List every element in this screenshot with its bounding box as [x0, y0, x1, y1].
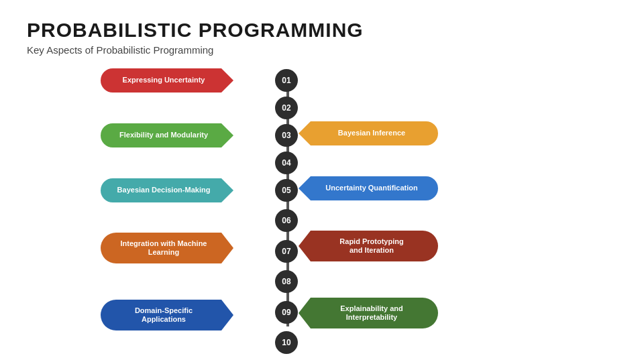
left-item-7: Integration with MachineLearning: [101, 231, 233, 265]
pill-explainability: Explainability andInterpretability: [299, 298, 438, 328]
right-spacer-1: [299, 92, 438, 119]
pill-body-9: Domain-SpecificApplications: [101, 300, 221, 330]
pill-bayesian-inference: Bayesian Inference: [299, 121, 438, 145]
pill-bayesian-decision: Bayesian Decision-Making: [101, 178, 233, 202]
badge-07: 07: [275, 240, 298, 263]
label-3: Flexibility and Modularity: [119, 131, 208, 139]
right-item-8: Explainability andInterpretability: [299, 296, 438, 330]
badge-08: 08: [275, 270, 298, 293]
badge-09: 09: [275, 301, 298, 324]
label-1: Expressing Uncertainty: [123, 76, 205, 84]
badge-10: 10: [275, 331, 298, 354]
left-arrows-container: Expressing Uncertainty Flexibility and M…: [101, 66, 233, 332]
pill-uncertainty-quant: Uncertainty Quantification: [299, 176, 438, 200]
pill-body-5: Bayesian Decision-Making: [101, 178, 221, 202]
badge-06: 06: [275, 209, 298, 232]
label-4: Uncertainty Quantification: [325, 184, 418, 192]
number-badges: 01 02 03 04 05 06 07 08 09 10: [275, 66, 298, 357]
pill-body-1: Expressing Uncertainty: [101, 68, 221, 93]
left-spacer-8: [101, 265, 233, 298]
main-title: PROBABILISTIC PROGRAMMING: [27, 19, 617, 42]
arrow-3: [221, 123, 233, 147]
right-item-4: Uncertainty Quantification: [299, 174, 438, 202]
arrow-1: [221, 68, 233, 93]
right-spacer-5: [299, 202, 438, 229]
pill-body-2: Bayesian Inference: [311, 121, 438, 145]
label-2: Bayesian Inference: [338, 129, 405, 137]
right-spacer-7: [299, 263, 438, 296]
label-9: Domain-SpecificApplications: [135, 306, 193, 324]
left-spacer-2: [101, 94, 233, 121]
label-8: Explainability andInterpretability: [340, 304, 403, 322]
sub-title: Key Aspects of Probabilistic Programming: [27, 44, 617, 56]
label-5: Bayesian Decision-Making: [117, 186, 211, 194]
pill-domain: Domain-SpecificApplications: [101, 300, 233, 330]
pill-body-7: Integration with MachineLearning: [101, 233, 221, 263]
left-item-5: Bayesian Decision-Making: [101, 176, 233, 204]
pill-integration: Integration with MachineLearning: [101, 233, 233, 263]
left-spacer-4: [101, 149, 233, 176]
label-6: Rapid Prototypingand Iteration: [339, 237, 403, 255]
pill-body-4: Uncertainty Quantification: [311, 176, 438, 200]
arrow-7: [221, 233, 233, 263]
arrow-9: [221, 300, 233, 330]
right-spacer-3: [299, 147, 438, 174]
left-spacer-6: [101, 204, 233, 231]
pill-flexibility: Flexibility and Modularity: [101, 123, 233, 147]
pill-rapid-prototyping: Rapid Prototypingand Iteration: [299, 231, 438, 261]
pill-body-8: Explainability andInterpretability: [311, 298, 438, 328]
pill-body-3: Flexibility and Modularity: [101, 123, 221, 147]
left-item-3: Flexibility and Modularity: [101, 121, 233, 149]
right-arrow-4: [299, 176, 311, 200]
badge-04: 04: [275, 152, 298, 174]
diagram: Expressing Uncertainty Flexibility and M…: [27, 66, 617, 328]
badge-05: 05: [275, 179, 298, 202]
label-7: Integration with MachineLearning: [121, 239, 207, 257]
right-arrow-2: [299, 121, 311, 145]
right-item-2: Bayesian Inference: [299, 119, 438, 147]
right-arrow-8: [299, 298, 311, 328]
right-item-6: Rapid Prototypingand Iteration: [299, 229, 438, 263]
badge-03: 03: [275, 124, 298, 147]
right-arrow-6: [299, 231, 311, 261]
pill-body-6: Rapid Prototypingand Iteration: [311, 231, 438, 261]
right-arrows-container: Bayesian Inference Uncertainty Quantific…: [299, 92, 438, 362]
right-spacer-9: [299, 330, 438, 362]
arrow-5: [221, 178, 233, 202]
pill-expressing-uncertainty: Expressing Uncertainty: [101, 68, 233, 93]
left-item-1: Expressing Uncertainty: [101, 66, 233, 94]
left-item-9: Domain-SpecificApplications: [101, 298, 233, 332]
badge-02: 02: [275, 97, 298, 119]
badge-01: 01: [275, 69, 298, 92]
slide: PROBABILISTIC PROGRAMMING Key Aspects of…: [0, 0, 644, 362]
